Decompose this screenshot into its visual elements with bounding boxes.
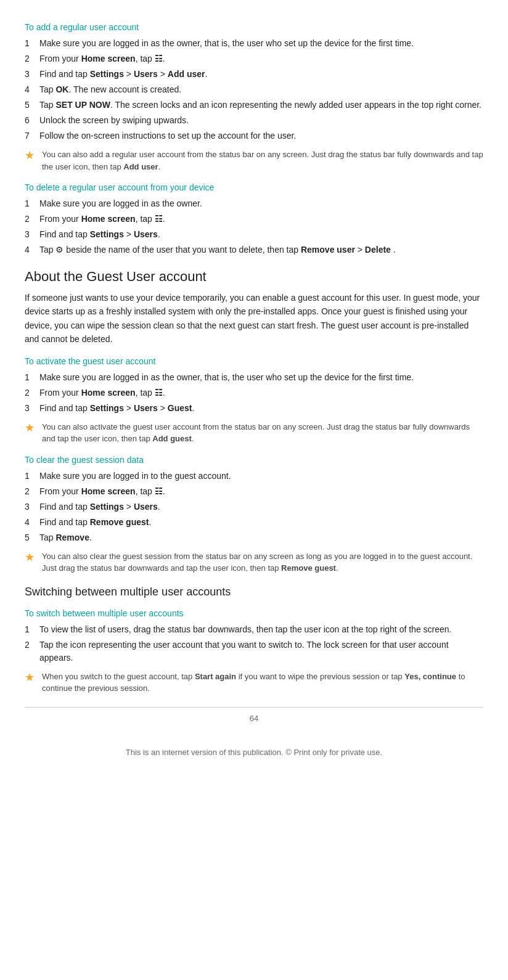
list-item: 5Tap Remove.: [25, 531, 483, 544]
guest-user-heading: About the Guest User account: [25, 269, 483, 285]
tip-icon: ★: [25, 149, 42, 162]
list-item: 2From your Home screen, tap ☷.: [25, 485, 483, 498]
switch-steps: 1To view the list of users, drag the sta…: [25, 623, 483, 664]
clear-guest-steps: 1Make sure you are logged in to the gues…: [25, 470, 483, 544]
switching-heading: Switching between multiple user accounts: [25, 586, 483, 598]
delete-regular-user-steps: 1Make sure you are logged in as the owne…: [25, 197, 483, 256]
list-item: 2From your Home screen, tap ☷.: [25, 386, 483, 399]
section-add-regular-user: To add a regular user account 1Make sure…: [25, 22, 483, 173]
list-item: 1Make sure you are logged in to the gues…: [25, 470, 483, 483]
clear-guest-title: To clear the guest session data: [25, 455, 483, 465]
list-item: 6Unlock the screen by swiping upwards.: [25, 114, 483, 127]
footer-text: This is an internet version of this publ…: [25, 748, 483, 757]
list-item: 5Tap SET UP NOW. The screen locks and an…: [25, 99, 483, 112]
list-item: 3Find and tap Settings > Users > Add use…: [25, 68, 483, 81]
activate-guest-title: To activate the guest user account: [25, 356, 483, 366]
guest-user-intro: If someone just wants to use your device…: [25, 291, 483, 346]
switch-title: To switch between multiple user accounts: [25, 608, 483, 618]
list-item: 4Tap OK. The new account is created.: [25, 83, 483, 96]
activate-guest-section: To activate the guest user account 1Make…: [25, 356, 483, 445]
tip-icon: ★: [25, 671, 42, 684]
list-item: 1To view the list of users, drag the sta…: [25, 623, 483, 636]
list-item: 2From your Home screen, tap ☷.: [25, 52, 483, 65]
delete-regular-user-title: To delete a regular user account from yo…: [25, 182, 483, 192]
switching-section: Switching between multiple user accounts…: [25, 586, 483, 695]
footer-divider: [25, 707, 483, 708]
clear-guest-section: To clear the guest session data 1Make su…: [25, 455, 483, 574]
list-item: 4Find and tap Remove guest.: [25, 516, 483, 529]
list-item: 1Make sure you are logged in as the owne…: [25, 37, 483, 50]
add-regular-user-steps: 1Make sure you are logged in as the owne…: [25, 37, 483, 142]
list-item: 7Follow the on-screen instructions to se…: [25, 129, 483, 142]
guest-user-section: About the Guest User account If someone …: [25, 269, 483, 346]
add-regular-user-title: To add a regular user account: [25, 22, 483, 32]
activate-guest-tip: ★ You can also activate the guest user a…: [25, 421, 483, 445]
list-item: 3Find and tap Settings > Users.: [25, 500, 483, 513]
list-item: 2From your Home screen, tap ☷.: [25, 213, 483, 226]
section-delete-regular-user: To delete a regular user account from yo…: [25, 182, 483, 256]
list-item: 1Make sure you are logged in as the owne…: [25, 197, 483, 210]
list-item: 1Make sure you are logged in as the owne…: [25, 371, 483, 384]
activate-guest-steps: 1Make sure you are logged in as the owne…: [25, 371, 483, 415]
list-item: 4Tap ⚙ beside the name of the user that …: [25, 243, 483, 256]
tip-icon: ★: [25, 550, 42, 564]
page-number: 64: [25, 714, 483, 723]
switch-tip: ★ When you switch to the guest account, …: [25, 671, 483, 695]
tip-icon: ★: [25, 421, 42, 435]
list-item: 3Find and tap Settings > Users.: [25, 228, 483, 241]
list-item: 2Tap the icon representing the user acco…: [25, 639, 483, 664]
add-regular-user-tip: ★ You can also add a regular user accoun…: [25, 149, 483, 173]
clear-guest-tip: ★ You can also clear the guest session f…: [25, 550, 483, 574]
list-item: 3Find and tap Settings > Users > Guest.: [25, 402, 483, 415]
